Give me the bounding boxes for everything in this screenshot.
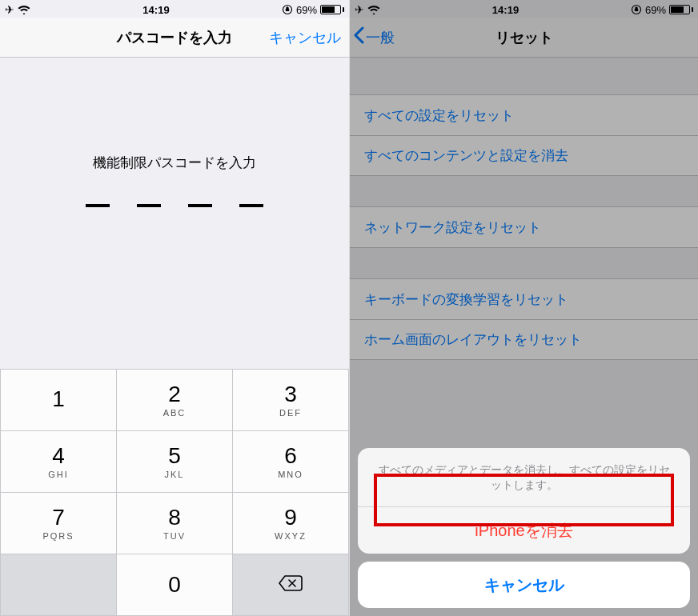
action-sheet-message: すべてのメディアとデータを消去し、すべての設定をリセットします。 [358,448,690,507]
key-5[interactable]: 5JKL [117,431,233,493]
key-0[interactable]: 0 [117,554,233,616]
backspace-icon [278,581,303,594]
navbar: パスコードを入力 キャンセル [0,18,349,58]
action-sheet-cancel-button[interactable]: キャンセル [358,562,690,608]
key-empty [1,554,117,616]
passcode-dash [239,204,263,207]
key-2[interactable]: 2ABC [117,370,233,431]
status-time: 14:19 [142,4,169,16]
screen-passcode: ✈ 14:19 69% パスコードを入力 キャンセル 機能制限パスコードを入 [0,0,349,616]
passcode-dash [86,204,110,207]
key-8[interactable]: 8TUV [117,493,233,554]
status-bar: ✈ 14:19 69% [0,0,349,18]
battery-percent: 69% [296,4,317,16]
orientation-lock-icon [282,4,293,15]
airplane-icon: ✈ [5,4,14,15]
navbar-title: パスコードを入力 [117,28,232,47]
key-3[interactable]: 3DEF [233,370,349,431]
passcode-field [0,204,349,207]
number-keypad: 1 2ABC 3DEF 4GHI 5JKL 6MNO 7PQRS 8TUV 9W… [0,369,349,616]
battery-icon [320,5,344,14]
key-9[interactable]: 9WXYZ [233,493,349,554]
passcode-dash [137,204,161,207]
key-7[interactable]: 7PQRS [1,493,117,554]
cancel-button[interactable]: キャンセル [269,18,341,57]
key-1[interactable]: 1 [1,370,117,431]
wifi-icon [18,5,30,14]
key-6[interactable]: 6MNO [233,431,349,493]
erase-iphone-button[interactable]: iPhoneを消去 [358,507,690,554]
screen-reset: ✈ 14:19 69% 一般 [349,0,698,616]
key-4[interactable]: 4GHI [1,431,117,493]
passcode-dash [188,204,212,207]
passcode-prompt: 機能制限パスコードを入力 [0,154,349,172]
action-sheet: すべてのメディアとデータを消去し、すべての設定をリセットします。 iPhoneを… [358,448,690,608]
key-backspace[interactable] [233,554,349,616]
